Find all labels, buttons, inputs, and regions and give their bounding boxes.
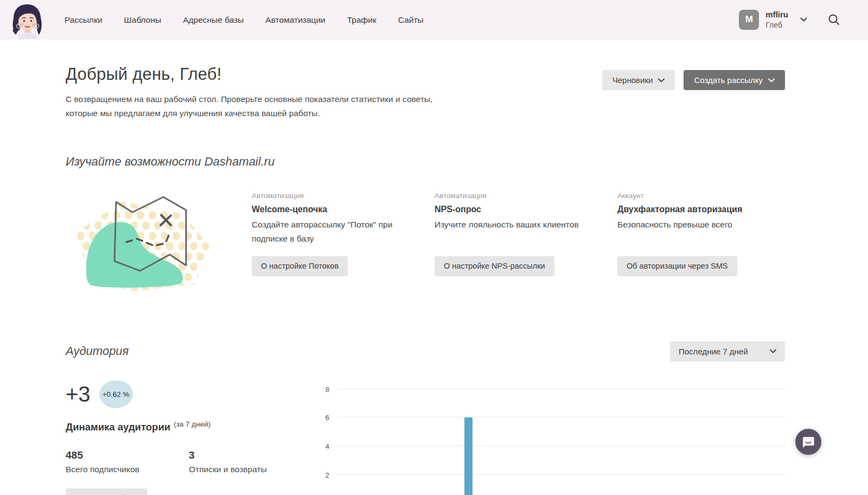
dynamics-period: (за 7 дней) (174, 420, 210, 428)
hero-text: Добрый день, Глеб! С возвращением на ваш… (66, 65, 443, 121)
main-menu: Рассылки Шаблоны Адресные базы Автоматиз… (65, 15, 424, 25)
card-description: Изучите лояльность ваших клиентов (435, 218, 597, 232)
nav-item-shablony[interactable]: Шаблоны (124, 15, 162, 25)
view-bases-button[interactable]: Посмотреть базы (66, 488, 148, 495)
account-menu[interactable]: M mfliru Глеб (739, 9, 807, 30)
features-section: Изучайте возможности Dashamail.ru (66, 155, 785, 293)
card-title: NPS-опрос (435, 205, 597, 214)
search-icon[interactable] (828, 14, 840, 26)
chart-gridline (337, 417, 785, 417)
chevron-down-icon (800, 17, 807, 22)
page-subtitle: С возвращением на ваш рабочий стол. Пров… (66, 92, 443, 121)
account-avatar: M (739, 10, 759, 30)
stat-value: 3 (189, 449, 312, 461)
delta-percent-badge: +0.62 % (99, 380, 133, 408)
chat-launcher-button[interactable] (795, 429, 821, 455)
stat-columns: 485 Всего подписчиков 3 Отписки и возвра… (66, 449, 321, 474)
flows-setup-button[interactable]: О настройке Потоков (252, 256, 348, 276)
account-names: mfliru Глеб (765, 9, 788, 30)
chart-ytick-label: 4 (326, 442, 329, 450)
create-campaign-label: Создать рассылку (694, 76, 763, 84)
treasure-map-illustration (66, 189, 218, 293)
card-category: Автоматизация (252, 192, 414, 200)
audience-section: Аудитория Последние 7 дней +3 +0.62 % Ди… (66, 341, 785, 495)
drafts-button[interactable]: Черновики (602, 70, 675, 90)
audience-chart-yaxis: 02468 (321, 389, 333, 495)
chart-ytick-label: 2 (326, 471, 329, 479)
account-user: Глеб (765, 20, 788, 30)
nav-right-area: M mfliru Глеб (739, 9, 840, 30)
audience-chart-plot (337, 389, 785, 495)
create-campaign-button[interactable]: Создать рассылку (684, 70, 785, 90)
card-title: Welcome-цепочка (252, 205, 414, 214)
page-title: Добрый день, Глеб! (66, 65, 443, 84)
chevron-down-icon (770, 349, 776, 353)
dashboard-content: Добрый день, Глеб! С возвращением на ваш… (0, 65, 868, 495)
account-login: mfliru (765, 9, 788, 20)
audience-stats: +3 +0.62 % Динамика аудитории(за 7 дней)… (66, 375, 321, 495)
card-description: Безопасность превыше всего (617, 218, 780, 232)
nav-item-avtomatizacii[interactable]: Автоматизации (265, 15, 325, 25)
feature-card-nps: Автоматизация NPS-опрос Изучите лояльнос… (435, 189, 597, 276)
chart-ytick-label: 8 (326, 385, 329, 393)
nav-item-adresnye-bazy[interactable]: Адресные базы (183, 15, 244, 25)
stat-label: Всего подписчиков (66, 465, 189, 474)
chart-bar (464, 417, 473, 495)
period-select-value: Последние 7 дней (679, 347, 748, 356)
audience-body: +3 +0.62 % Динамика аудитории(за 7 дней)… (66, 375, 785, 495)
period-select[interactable]: Последние 7 дней (670, 341, 785, 361)
chat-bubble-icon (801, 435, 815, 449)
feature-card-2fa: Аккаунт Двухфакторная авторизация Безопа… (617, 189, 780, 276)
stat-total-subscribers: 485 Всего подписчиков (66, 449, 189, 474)
dynamics-label-line: Динамика аудитории(за 7 дней) (66, 421, 321, 433)
delta-value: +3 (66, 382, 91, 406)
audience-chart: 02468 (321, 382, 785, 495)
hero-section: Добрый день, Глеб! С возвращением на ваш… (66, 65, 785, 121)
stat-unsubscribes: 3 Отписки и возвраты (189, 449, 312, 474)
stat-value: 485 (66, 449, 189, 461)
nav-item-trafik[interactable]: Трафик (347, 15, 376, 25)
feature-cards: Автоматизация Welcome-цепочка Создайте а… (252, 189, 785, 276)
chevron-down-icon (768, 78, 775, 82)
top-navigation: Рассылки Шаблоны Адресные базы Автоматиз… (0, 0, 868, 40)
stat-label: Отписки и возвраты (189, 465, 312, 474)
features-heading: Изучайте возможности Dashamail.ru (66, 155, 785, 169)
chevron-down-icon (658, 78, 665, 82)
card-category: Аккаунт (617, 192, 780, 200)
chart-gridline (337, 474, 785, 475)
hero-actions: Черновики Создать рассылку (602, 70, 785, 90)
dasha-girl-illustration (11, 3, 43, 39)
sms-auth-button[interactable]: Об авторизации через SMS (617, 256, 737, 276)
card-description: Создайте авторассылку "Поток" при подпис… (252, 218, 414, 246)
dashamail-logo[interactable] (11, 3, 43, 39)
chart-gridline (337, 389, 785, 389)
audience-heading: Аудитория (66, 344, 129, 358)
drafts-button-label: Черновики (612, 76, 653, 84)
card-category: Автоматизация (435, 192, 597, 200)
dynamics-label: Динамика аудитории (66, 421, 170, 433)
feature-card-welcome: Автоматизация Welcome-цепочка Создайте а… (252, 189, 414, 276)
card-title: Двухфакторная авторизация (617, 205, 780, 214)
audience-delta: +3 +0.62 % (66, 382, 321, 408)
nav-item-rassylki[interactable]: Рассылки (65, 15, 103, 25)
audience-header: Аудитория Последние 7 дней (66, 341, 785, 361)
chart-ytick-label: 6 (326, 414, 329, 422)
chart-gridline (337, 446, 785, 446)
nps-setup-button[interactable]: О настройке NPS-рассылки (435, 256, 554, 276)
nav-item-sajty[interactable]: Сайты (398, 15, 424, 25)
features-row: Автоматизация Welcome-цепочка Создайте а… (66, 189, 785, 293)
